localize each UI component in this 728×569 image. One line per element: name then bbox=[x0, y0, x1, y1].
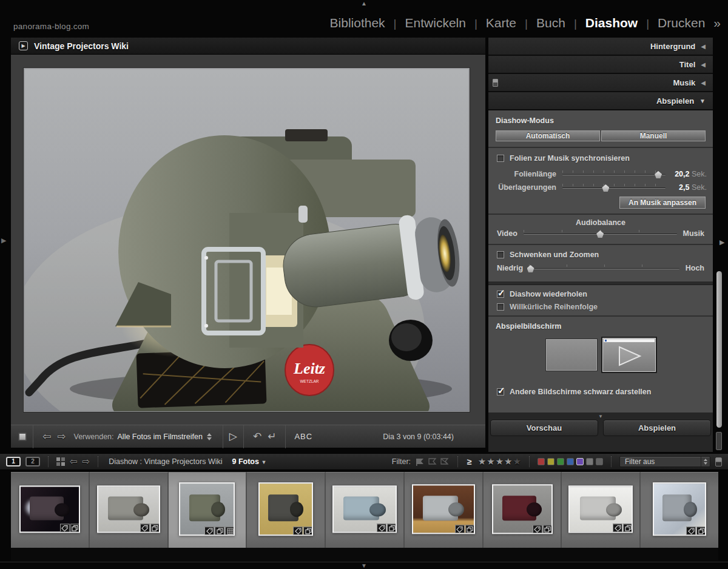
star-icon[interactable]: ★ bbox=[487, 456, 494, 467]
keyword-tag-badge[interactable] bbox=[613, 524, 622, 533]
keyword-tag-badge[interactable] bbox=[140, 524, 150, 533]
screen-1-thumbnail[interactable] bbox=[546, 339, 597, 371]
fit-to-music-button[interactable]: An Musik anpassen bbox=[619, 197, 706, 209]
color-label-swatch[interactable] bbox=[576, 458, 584, 465]
verwenden-value[interactable]: Alle Fotos im Filmstreifen bbox=[118, 433, 203, 441]
flag-unflagged-icon[interactable] bbox=[428, 458, 437, 466]
copy-badge[interactable] bbox=[70, 524, 80, 533]
rating-gte-icon[interactable]: ≥ bbox=[467, 457, 472, 466]
module-tab-drucken[interactable]: Drucken bbox=[658, 16, 705, 30]
thumbnail-photo[interactable] bbox=[653, 482, 706, 536]
rotate-adornment-right-icon[interactable]: ↵ bbox=[268, 430, 276, 443]
flag-picked-icon[interactable] bbox=[416, 458, 425, 466]
grid-view-icon[interactable] bbox=[56, 457, 65, 466]
thumbnail-photo[interactable] bbox=[492, 484, 553, 534]
filmstrip-thumbnail[interactable] bbox=[11, 472, 90, 548]
copy-badge[interactable] bbox=[696, 527, 706, 536]
star-icon[interactable]: ★ bbox=[513, 456, 521, 467]
play-slideshow-icon[interactable]: ▷ bbox=[229, 430, 237, 443]
module-tab-karte[interactable]: Karte bbox=[486, 16, 516, 30]
thumbnail-photo[interactable] bbox=[258, 482, 313, 536]
star-icon[interactable]: ★ bbox=[504, 456, 512, 467]
go-back-icon[interactable]: ⇦ bbox=[70, 456, 78, 467]
collection-grid-badge[interactable] bbox=[225, 527, 235, 536]
mode-manual-button[interactable]: Manuell bbox=[601, 130, 706, 141]
keyword-tag-badge[interactable] bbox=[204, 527, 214, 536]
keyword-tag-badge[interactable] bbox=[377, 524, 386, 533]
sync-to-music-checkbox[interactable] bbox=[497, 155, 504, 162]
module-tab-entwickeln[interactable]: Entwickeln bbox=[405, 16, 466, 30]
next-slide-icon[interactable]: ⇨ bbox=[57, 430, 66, 443]
second-window-button[interactable]: 2 bbox=[25, 457, 40, 466]
color-label-swatch[interactable] bbox=[557, 458, 564, 465]
color-label-swatch[interactable] bbox=[596, 458, 603, 465]
panel-header-titel[interactable]: Titel ◀ bbox=[488, 56, 713, 74]
thumbnail-photo[interactable] bbox=[412, 484, 475, 534]
thumbnail-photo[interactable] bbox=[97, 485, 160, 533]
module-overflow-chevron[interactable]: » bbox=[713, 16, 721, 30]
keyword-tag-badge[interactable] bbox=[60, 524, 70, 533]
pan-zoom-checkbox[interactable] bbox=[497, 251, 504, 258]
filmstrip-thumbnail[interactable] bbox=[247, 472, 326, 548]
filmstrip-thumbnail[interactable] bbox=[641, 472, 718, 548]
copy-badge[interactable] bbox=[623, 524, 633, 533]
color-label-swatch[interactable] bbox=[538, 458, 545, 465]
star-icon[interactable]: ★ bbox=[478, 456, 486, 467]
panel-scrollbar[interactable] bbox=[716, 271, 722, 428]
keyword-tag-badge[interactable] bbox=[686, 527, 696, 536]
filmstrip-thumbnail[interactable] bbox=[326, 472, 405, 548]
thumbnail-photo[interactable] bbox=[179, 482, 235, 536]
blank-other-screens-checkbox[interactable] bbox=[497, 388, 504, 396]
filmstrip-thumbnail[interactable] bbox=[405, 472, 484, 548]
filmstrip-thumbnail[interactable] bbox=[484, 472, 562, 548]
panel-header-hintergrund[interactable]: Hintergrund ◀ bbox=[488, 38, 713, 56]
thumbnail-photo[interactable] bbox=[568, 485, 633, 533]
slide-length-slider[interactable] bbox=[562, 169, 666, 179]
module-tab-diashow[interactable]: Diashow bbox=[585, 16, 638, 30]
slider-track[interactable] bbox=[529, 268, 679, 269]
filmstrip-thumbnail[interactable] bbox=[562, 472, 641, 548]
color-label-swatch[interactable] bbox=[547, 458, 554, 465]
repeat-slideshow-checkbox[interactable] bbox=[497, 291, 504, 298]
abspielen-button[interactable]: Abspielen bbox=[603, 420, 711, 436]
panel-header-abspielen[interactable]: Abspielen ▼ bbox=[488, 92, 713, 110]
vorschau-button[interactable]: Vorschau bbox=[490, 420, 598, 436]
bottom-panel-collapse-icon[interactable]: ▼ bbox=[0, 562, 728, 569]
slider-track[interactable] bbox=[562, 187, 666, 189]
panel-scrollbar-end[interactable] bbox=[716, 432, 722, 450]
pan-zoom-slider[interactable] bbox=[529, 263, 679, 273]
text-overlay-abc-button[interactable]: ABC bbox=[294, 432, 312, 441]
top-panel-expand-icon[interactable]: ▲ bbox=[0, 1, 728, 7]
keyword-tag-badge[interactable] bbox=[455, 525, 465, 534]
flag-rejected-icon[interactable] bbox=[440, 458, 450, 466]
star-icon[interactable]: ★ bbox=[496, 456, 504, 467]
random-order-checkbox[interactable] bbox=[497, 303, 504, 311]
stop-icon[interactable] bbox=[18, 433, 27, 441]
main-window-button[interactable]: 1 bbox=[6, 457, 21, 466]
panel-header-musik[interactable]: Musik ◀ bbox=[488, 74, 713, 92]
thumbnail-photo[interactable] bbox=[332, 485, 397, 533]
previous-slide-icon[interactable]: ⇦ bbox=[42, 430, 51, 443]
keyword-tag-badge[interactable] bbox=[293, 527, 303, 536]
filmstrip-thumbnail[interactable] bbox=[90, 472, 169, 548]
photo-count-dropdown[interactable]: 9 Fotos ▼ bbox=[232, 457, 267, 466]
filter-switch-icon[interactable] bbox=[715, 457, 722, 466]
thumbnail-photo[interactable] bbox=[19, 485, 80, 533]
audiobalance-slider[interactable] bbox=[524, 229, 677, 238]
filmstrip-thumbnail[interactable] bbox=[169, 472, 248, 548]
verwenden-stepper-icon[interactable] bbox=[207, 433, 212, 440]
mode-automatic-button[interactable]: Automatisch bbox=[496, 130, 600, 141]
filmstrip-source-breadcrumb[interactable]: Diashow : Vintage Projectors Wiki bbox=[109, 457, 222, 466]
copy-badge[interactable] bbox=[303, 527, 313, 536]
copy-badge[interactable] bbox=[150, 524, 160, 533]
color-label-swatch[interactable] bbox=[586, 458, 593, 465]
keyword-tag-badge[interactable] bbox=[533, 525, 542, 534]
module-tab-buch[interactable]: Buch bbox=[536, 16, 565, 30]
rotate-adornment-left-icon[interactable]: ↶ bbox=[253, 430, 261, 443]
copy-badge[interactable] bbox=[215, 527, 224, 536]
copy-badge[interactable] bbox=[387, 524, 397, 533]
right-panel-collapse-icon[interactable]: ▶ bbox=[720, 238, 724, 246]
overlay-slider[interactable] bbox=[562, 183, 666, 192]
go-forward-icon[interactable]: ⇨ bbox=[83, 456, 90, 467]
screen-2-thumbnail-selected[interactable] bbox=[602, 338, 656, 372]
